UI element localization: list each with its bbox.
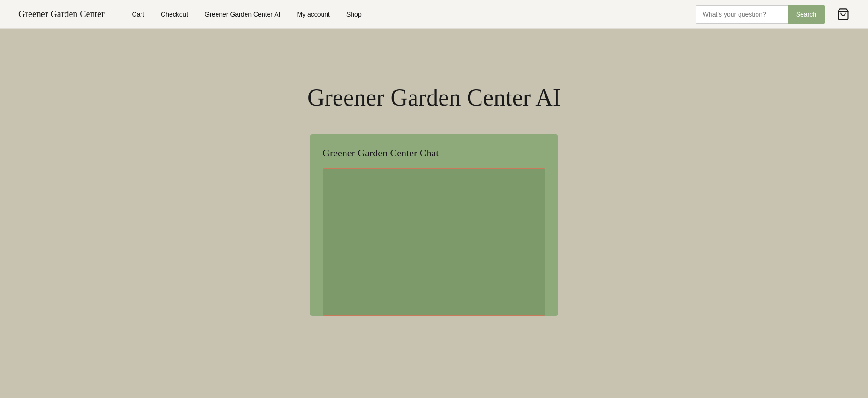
nav-link-myaccount[interactable]: My account [297,11,330,18]
search-container: Search [696,5,825,24]
search-input[interactable] [696,5,788,24]
chat-messages-area[interactable] [323,168,545,316]
nav-link-shop[interactable]: Shop [346,11,362,18]
chat-widget: Greener Garden Center Chat [310,134,558,316]
nav-link-ai[interactable]: Greener Garden Center AI [205,11,280,18]
header: Greener Garden Center Cart Checkout Gree… [0,0,868,29]
search-button[interactable]: Search [788,5,825,24]
site-title: Greener Garden Center [18,9,105,19]
header-right: Search [696,5,850,24]
nav-link-checkout[interactable]: Checkout [161,11,188,18]
cart-icon-wrapper[interactable] [837,8,850,21]
nav-link-cart[interactable]: Cart [132,11,144,18]
main-content: Greener Garden Center AI Greener Garden … [0,29,868,398]
nav: Cart Checkout Greener Garden Center AI M… [132,11,696,18]
chat-widget-title: Greener Garden Center Chat [323,147,545,159]
cart-icon [837,8,850,21]
page-title: Greener Garden Center AI [307,84,561,111]
